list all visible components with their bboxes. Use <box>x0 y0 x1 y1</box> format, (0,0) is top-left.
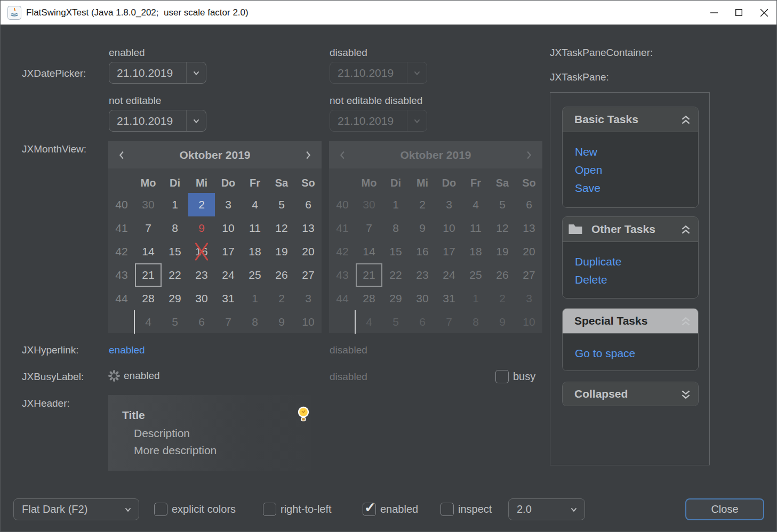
week-number: 43 <box>108 263 135 287</box>
calendar-day[interactable]: 2 <box>268 287 295 310</box>
calendar-day[interactable]: 29 <box>162 287 188 310</box>
taskpane-header[interactable]: Collapsed <box>563 382 698 406</box>
expand-chevron-down-icon[interactable] <box>680 389 692 400</box>
busy-spinner-icon <box>108 369 121 382</box>
enabled-checkbox[interactable] <box>363 503 376 516</box>
calendar-day[interactable]: 6 <box>188 310 215 334</box>
chevron-down-icon[interactable] <box>563 499 584 520</box>
day-of-week-header: Fr <box>242 173 268 193</box>
calendar-day[interactable]: 12 <box>268 216 295 240</box>
calendar-day[interactable]: 15 <box>162 240 188 263</box>
taskpane-item[interactable]: Save <box>575 179 698 197</box>
right-to-left-label: right-to-left <box>281 503 332 515</box>
scale-combobox-value[interactable]: 2.0 <box>509 499 563 520</box>
calendar-day[interactable]: 30 <box>188 287 215 310</box>
jxheader-title: Title <box>122 409 145 422</box>
calendar-day[interactable]: 27 <box>295 263 322 287</box>
taskpane-header[interactable]: Special Tasks <box>563 309 698 333</box>
chevron-down-icon[interactable] <box>117 499 139 520</box>
calendar-day[interactable]: 8 <box>162 216 188 240</box>
datepicker-not-editable[interactable]: 21.10.2019 <box>109 110 206 132</box>
next-month-icon[interactable] <box>301 148 315 162</box>
calendar-day[interactable]: 19 <box>268 240 295 263</box>
calendar-week-row: 4321222324252627 <box>329 263 542 287</box>
calendar-day: 9 <box>489 310 516 334</box>
taskpane-item[interactable]: New <box>575 143 698 161</box>
taskpane-header[interactable]: Other Tasks <box>563 217 698 241</box>
calendar-day[interactable]: 20 <box>295 240 322 263</box>
calendar-day[interactable]: 14 <box>135 240 162 263</box>
theme-combobox-value[interactable]: Flat Dark (F2) <box>14 499 117 520</box>
calendar-day[interactable]: 1 <box>162 193 188 216</box>
calendar-day[interactable]: 5 <box>162 310 188 334</box>
calendar-day: 6 <box>409 310 436 334</box>
explicit-colors-checkbox[interactable] <box>154 503 167 516</box>
minimize-button[interactable] <box>701 1 726 25</box>
calendar-day[interactable]: 1 <box>242 287 268 310</box>
datepicker-disabled: 21.10.2019 <box>330 62 427 84</box>
day-of-week-row: MoDiMiDoFrSaSo <box>329 173 542 193</box>
java-app-icon <box>7 6 21 20</box>
calendar-day[interactable]: 22 <box>162 263 188 287</box>
calendar-day[interactable]: 16 <box>188 240 215 263</box>
calendar-day[interactable]: 31 <box>215 287 242 310</box>
right-to-left-checkbox-row: right-to-left <box>263 503 332 516</box>
calendar-day[interactable]: 24 <box>215 263 242 287</box>
datepicker-enabled[interactable]: 21.10.2019 <box>109 62 206 84</box>
chevron-down-icon[interactable] <box>186 62 206 83</box>
calendar-day: 3 <box>516 287 542 310</box>
close-button[interactable]: Close <box>685 498 764 520</box>
collapse-chevron-up-icon[interactable] <box>680 224 692 236</box>
calendar-day: 21 <box>356 263 382 287</box>
taskpane-special-tasks: Special Tasks Go to space <box>562 308 699 371</box>
inspect-checkbox[interactable] <box>440 503 454 516</box>
busy-checkbox[interactable] <box>495 370 509 383</box>
calendar-day[interactable]: 8 <box>242 310 268 334</box>
calendar-day[interactable]: 3 <box>215 193 242 216</box>
chevron-down-icon[interactable] <box>186 110 206 131</box>
datepicker-value[interactable]: 21.10.2019 <box>109 62 186 83</box>
calendar-day[interactable]: 25 <box>242 263 268 287</box>
calendar-day[interactable]: 30 <box>135 193 162 216</box>
close-window-button[interactable] <box>751 1 776 25</box>
calendar-day[interactable]: 28 <box>135 287 162 310</box>
maximize-button[interactable] <box>726 1 751 25</box>
taskpane-item[interactable]: Delete <box>575 271 698 289</box>
taskpane-item[interactable]: Go to space <box>575 344 698 362</box>
taskpane-header[interactable]: Basic Tasks <box>563 107 698 132</box>
calendar-day[interactable]: 11 <box>242 216 268 240</box>
calendar-day[interactable]: 26 <box>268 263 295 287</box>
calendar-day[interactable]: 2 <box>188 193 215 216</box>
calendar-day[interactable]: 13 <box>295 216 322 240</box>
calendar-day[interactable]: 6 <box>295 193 322 216</box>
calendar-day[interactable]: 7 <box>215 310 242 334</box>
taskpane-item[interactable]: Duplicate <box>575 253 698 271</box>
jxheader-description: Description <box>134 427 190 440</box>
collapse-chevron-up-icon[interactable] <box>680 316 692 327</box>
calendar-day[interactable]: 10 <box>295 310 322 334</box>
hyperlink-enabled[interactable]: enabled <box>109 344 145 356</box>
calendar-day[interactable]: 5 <box>268 193 295 216</box>
calendar-day[interactable]: 17 <box>215 240 242 263</box>
taskpane-items: Go to space <box>563 333 698 370</box>
calendar-day[interactable]: 7 <box>135 216 162 240</box>
calendar-day[interactable]: 4 <box>242 193 268 216</box>
previous-month-icon[interactable] <box>115 148 129 162</box>
inspect-checkbox-row: inspect <box>440 503 492 516</box>
datepicker-value[interactable]: 21.10.2019 <box>109 110 186 131</box>
scale-combobox[interactable]: 2.0 <box>508 498 585 520</box>
taskpane-item[interactable]: Open <box>575 161 698 179</box>
day-of-week-header: Di <box>382 173 409 193</box>
calendar-day[interactable]: 18 <box>242 240 268 263</box>
calendar-day[interactable]: 21 <box>135 263 162 287</box>
calendar-day[interactable]: 9 <box>188 216 215 240</box>
calendar-day[interactable]: 23 <box>188 263 215 287</box>
collapse-chevron-up-icon[interactable] <box>680 114 692 126</box>
calendar-day[interactable]: 4 <box>135 310 162 334</box>
calendar-week-row: 4178910111213 <box>329 216 542 240</box>
calendar-day[interactable]: 3 <box>295 287 322 310</box>
right-to-left-checkbox[interactable] <box>263 503 276 516</box>
calendar-day[interactable]: 10 <box>215 216 242 240</box>
calendar-day[interactable]: 9 <box>268 310 295 334</box>
theme-combobox[interactable]: Flat Dark (F2) <box>13 498 139 520</box>
